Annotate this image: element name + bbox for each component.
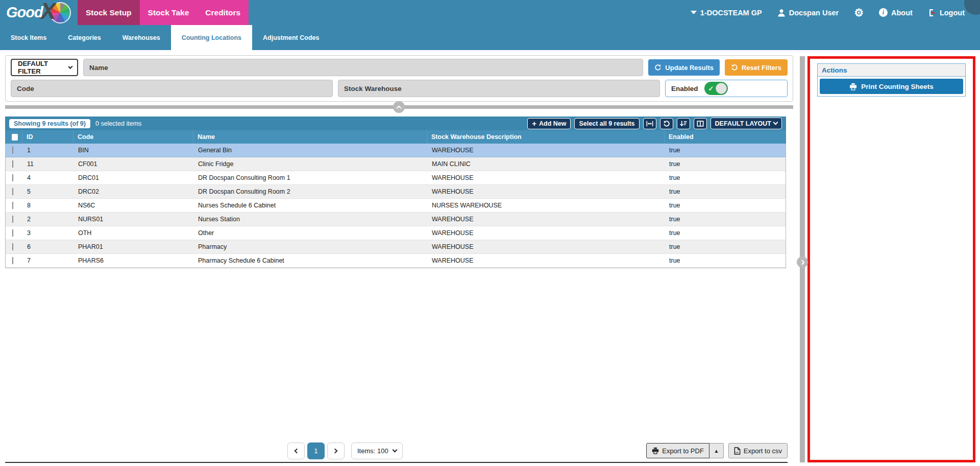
header-checkbox[interactable]: [12, 134, 18, 141]
add-new-button[interactable]: + Add New: [527, 118, 571, 129]
table-row[interactable]: 6 PHAR01 Pharmacy WAREHOUSE true: [6, 240, 786, 254]
primary-nav: Stock SetupStock TakeCreditors: [78, 0, 249, 25]
row-checkbox[interactable]: [12, 174, 13, 181]
about-label: About: [891, 9, 913, 17]
svg-text:csv: csv: [735, 451, 739, 454]
cell-enabled: true: [665, 216, 786, 223]
layout-select-value: DEFAULT LAYOUT: [715, 120, 771, 127]
user-menu[interactable]: Docspan User: [777, 9, 839, 17]
columns-icon: [697, 120, 704, 127]
column-header-warehouse[interactable]: Stock Warehouse Description: [427, 130, 665, 144]
next-page-button[interactable]: [327, 442, 345, 459]
row-checkbox[interactable]: [12, 147, 13, 154]
row-checkbox-cell: [6, 257, 23, 264]
name-filter-input[interactable]: Name: [83, 59, 643, 76]
row-checkbox[interactable]: [12, 216, 13, 223]
export-buttons: Export to PDF ▲ csv Export to csv: [646, 443, 788, 458]
column-header-code[interactable]: Code: [74, 130, 193, 144]
subnav-tab-adjustment-codes[interactable]: Adjustment Codes: [252, 25, 330, 50]
reset-filters-button[interactable]: Reset Filters: [725, 59, 788, 76]
export-pdf-button[interactable]: Export to PDF: [646, 443, 709, 458]
export-pdf-label: Export to PDF: [662, 447, 704, 455]
table-row[interactable]: 4 DRC01 DR Docspan Consulting Room 1 WAR…: [6, 171, 786, 185]
expand-panel-handle[interactable]: [797, 257, 808, 268]
row-checkbox[interactable]: [12, 188, 13, 195]
cell-warehouse: WAREHOUSE: [428, 188, 665, 195]
collapse-filters-handle[interactable]: [393, 101, 405, 113]
warehouse-placeholder: Stock Warehouse: [344, 85, 402, 92]
row-checkbox[interactable]: [12, 202, 13, 209]
layout-select[interactable]: DEFAULT LAYOUT: [710, 118, 782, 129]
export-csv-button[interactable]: csv Export to csv: [728, 443, 788, 458]
chevron-down-icon: [392, 447, 397, 452]
items-per-page-value: Items: 100: [357, 447, 388, 455]
vertical-splitter[interactable]: [800, 56, 805, 462]
settings-button[interactable]: ⚙: [854, 7, 864, 18]
primary-nav-tab-creditors[interactable]: Creditors: [197, 0, 249, 25]
subnav-tab-stock-items[interactable]: Stock Items: [0, 25, 57, 50]
export-pdf-options-button[interactable]: ▲: [709, 443, 724, 458]
pagination: 1 Items: 100: [287, 442, 403, 459]
subnav-tab-warehouses[interactable]: Warehouses: [112, 25, 171, 50]
print-counting-sheets-button[interactable]: Print Counting Sheets: [820, 79, 963, 94]
subnav-tab-categories[interactable]: Categories: [57, 25, 112, 50]
prev-page-button[interactable]: [287, 442, 305, 459]
about-button[interactable]: i About: [879, 8, 913, 17]
horizontal-splitter[interactable]: [5, 105, 793, 109]
table-row[interactable]: 1 BIN General Bin WAREHOUSE true: [6, 144, 786, 157]
table-row[interactable]: 7 PHARS6 Pharmacy Schedule 6 Cabinet WAR…: [6, 254, 786, 268]
cell-name: Pharmacy: [194, 243, 428, 250]
goodx-logo[interactable]: Good X: [0, 0, 78, 25]
cell-enabled: true: [665, 188, 786, 195]
filter-row-1: DEFAULT FILTER Name Update Results: [6, 56, 793, 78]
cell-code: DRC02: [74, 188, 194, 195]
cell-code: OTH: [74, 229, 194, 237]
sort-button[interactable]: [677, 118, 690, 129]
table-row[interactable]: 3 OTH Other WAREHOUSE true: [6, 226, 786, 240]
practice-selector[interactable]: 1-DOCSTEAM GP: [691, 9, 762, 17]
cell-name: Pharmacy Schedule 6 Cabinet: [194, 257, 428, 264]
counting-locations-grid: Showing 9 results (of 9) 0 selected item…: [5, 116, 786, 268]
table-row[interactable]: 11 CF001 Clinic Fridge MAIN CLINIC true: [6, 157, 786, 171]
cell-warehouse: WAREHOUSE: [428, 229, 665, 237]
logo-x-glyph: X: [41, 0, 56, 24]
code-filter-input[interactable]: Code: [11, 80, 333, 97]
add-new-label: Add New: [539, 120, 566, 127]
warehouse-filter-input[interactable]: Stock Warehouse: [338, 80, 660, 97]
rotate-left-icon: [663, 120, 670, 127]
subnav-tab-counting-locations[interactable]: Counting Locations: [171, 25, 252, 50]
filter-row-2: Code Stock Warehouse Enabled ✓: [6, 78, 793, 101]
filter-preset-select[interactable]: DEFAULT FILTER: [11, 59, 78, 76]
subnav-tab-label: Adjustment Codes: [263, 34, 319, 41]
cell-enabled: true: [665, 174, 786, 181]
table-row[interactable]: 8 NS6C Nurses Schedule 6 Cabinet NURSES …: [6, 199, 786, 213]
columns-button[interactable]: [694, 118, 707, 129]
practice-name: 1-DOCSTEAM GP: [700, 9, 762, 17]
column-header-id[interactable]: ID: [22, 130, 74, 144]
enabled-toggle[interactable]: ✓: [704, 82, 728, 95]
fit-columns-button[interactable]: [643, 118, 656, 129]
row-checkbox[interactable]: [12, 229, 13, 237]
reset-grid-button[interactable]: [660, 118, 673, 129]
row-checkbox-cell: [6, 174, 23, 181]
select-all-button[interactable]: Select all 9 results: [574, 118, 639, 129]
row-checkbox[interactable]: [12, 257, 13, 264]
cell-name: Clinic Fridge: [194, 160, 428, 168]
current-page-button[interactable]: 1: [307, 442, 325, 459]
row-checkbox[interactable]: [12, 160, 13, 168]
row-checkbox[interactable]: [12, 243, 13, 250]
column-header-name[interactable]: Name: [193, 130, 427, 144]
chevron-up-icon: [397, 105, 402, 110]
cell-name: Nurses Schedule 6 Cabinet: [194, 202, 428, 209]
table-row[interactable]: 2 NURS01 Nurses Station WAREHOUSE true: [6, 213, 786, 226]
primary-nav-tab-stock-take[interactable]: Stock Take: [140, 0, 198, 25]
table-row[interactable]: 5 DRC02 DR Docspan Consulting Room 2 WAR…: [6, 185, 786, 199]
top-bar: Good X Stock SetupStock TakeCreditors 1-…: [0, 0, 980, 25]
update-results-button[interactable]: Update Results: [648, 59, 720, 76]
primary-nav-tab-stock-setup[interactable]: Stock Setup: [78, 0, 140, 25]
logout-button[interactable]: Logout: [928, 9, 965, 17]
column-header-enabled[interactable]: Enabled: [665, 130, 786, 144]
bottom-bar: 1 Items: 100 Export to PDF ▲: [5, 439, 788, 463]
items-per-page-select[interactable]: Items: 100: [351, 442, 403, 459]
select-all-checkbox-cell: [5, 130, 22, 144]
